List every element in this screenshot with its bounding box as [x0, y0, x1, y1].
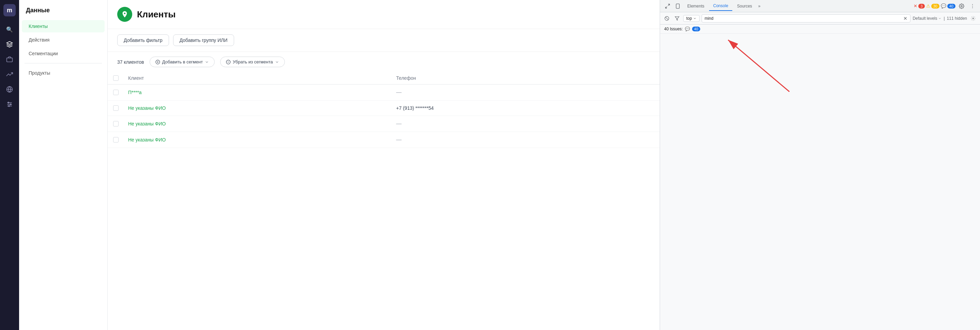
devtools-tab-bar: Elements Console Sources » ✕ 3 ⚠ 30 💬 40 — [660, 0, 980, 12]
issues-icon: 💬 — [685, 27, 690, 31]
warning-badge: ⚠ 30 — [926, 3, 939, 8]
tab-console[interactable]: Console — [709, 2, 732, 11]
svg-rect-1 — [7, 58, 13, 62]
nav-panel-title: Данные — [19, 0, 107, 19]
add-to-segment-button[interactable]: Добавить в сегмент — [150, 57, 215, 67]
error-badge: ✕ 3 — [913, 3, 924, 8]
row-checkbox-3[interactable] — [113, 121, 119, 126]
app-logo[interactable]: m — [3, 4, 16, 16]
annotation-arrow — [660, 34, 980, 102]
client-name-4[interactable]: Не указаны ФИО — [124, 132, 392, 148]
svg-point-24 — [972, 18, 974, 19]
svg-point-19 — [972, 6, 973, 6]
table-container: Клиент Телефон П****а — Не указаны ФИО +… — [108, 72, 660, 330]
devtools-issues-bar: 40 Issues: 💬 40 — [660, 24, 980, 34]
warning-count: 30 — [931, 4, 939, 8]
svg-marker-0 — [7, 41, 13, 44]
main-content: Клиенты Добавить фильтр Добавить группу … — [108, 0, 660, 330]
console-settings-icon[interactable] — [969, 14, 977, 22]
nav-item-actions[interactable]: Действия — [22, 34, 105, 46]
svg-point-17 — [961, 5, 962, 7]
row-checkbox-2[interactable] — [113, 105, 119, 111]
row-checkbox-1[interactable] — [113, 90, 119, 95]
inspect-element-icon[interactable] — [663, 2, 672, 11]
select-all-checkbox[interactable] — [113, 75, 119, 81]
tab-sources[interactable]: Sources — [733, 2, 756, 11]
clients-table: Клиент Телефон П****а — Не указаны ФИО +… — [108, 72, 660, 148]
more-tabs-button[interactable]: » — [757, 2, 762, 11]
tab-elements[interactable]: Elements — [683, 2, 708, 11]
console-search-input[interactable]: mind ✕ — [702, 14, 911, 22]
issues-label: 40 Issues: — [664, 27, 683, 31]
svg-point-8 — [10, 104, 11, 105]
table-row: Не указаны ФИО +7 (913) *******54 — [108, 100, 660, 116]
client-name-2[interactable]: Не указаны ФИО — [124, 100, 392, 116]
error-count: 3 — [918, 4, 924, 8]
client-phone-1: — — [392, 84, 660, 100]
context-selector[interactable]: top — [683, 15, 700, 22]
nav-item-products[interactable]: Продукты — [22, 67, 105, 79]
col-client: Клиент — [124, 72, 392, 84]
layers-nav-icon[interactable] — [3, 38, 16, 51]
icon-sidebar: m 🔍 — [0, 0, 19, 330]
chart-nav-icon[interactable] — [3, 68, 16, 80]
table-row: Не указаны ФИО — — [108, 132, 660, 148]
info-badge: 💬 40 — [941, 3, 956, 8]
info-count: 40 — [947, 4, 956, 8]
svg-point-7 — [8, 102, 9, 103]
svg-marker-23 — [675, 16, 679, 20]
client-phone-2: +7 (913) *******54 — [392, 100, 660, 116]
filter-bar: Добавить фильтр Добавить группу ИЛИ — [108, 29, 660, 52]
nav-panel: Данные Клиенты Действия Сегментации Прод… — [19, 0, 108, 330]
client-name-3[interactable]: Не указаны ФИО — [124, 116, 392, 132]
globe-nav-icon[interactable] — [3, 83, 16, 96]
svg-line-26 — [728, 40, 789, 92]
svg-line-22 — [665, 17, 668, 19]
table-count: 37 клиентов — [117, 59, 144, 65]
page-icon — [117, 7, 132, 22]
hidden-label: 111 hidden — [947, 16, 967, 21]
client-phone-3: — — [392, 116, 660, 132]
table-row: П****а — — [108, 84, 660, 100]
log-level-selector[interactable]: Default levels — [913, 16, 942, 21]
table-toolbar: 37 клиентов Добавить в сегмент Убрать из… — [108, 52, 660, 72]
filter-console-icon[interactable] — [673, 14, 681, 22]
device-toolbar-icon[interactable] — [673, 2, 682, 11]
add-group-button[interactable]: Добавить группу ИЛИ — [173, 34, 234, 46]
search-nav-icon[interactable]: 🔍 — [3, 23, 16, 35]
svg-point-18 — [972, 4, 973, 5]
search-clear-icon[interactable]: ✕ — [903, 16, 907, 21]
clear-console-icon[interactable] — [663, 14, 671, 22]
remove-from-segment-button[interactable]: Убрать из сегмента — [220, 57, 285, 67]
table-row: Не указаны ФИО — — [108, 116, 660, 132]
devtools-right-icons: ✕ 3 ⚠ 30 💬 40 — [913, 2, 977, 11]
add-filter-button[interactable]: Добавить фильтр — [117, 34, 169, 46]
page-title: Клиенты — [137, 9, 175, 20]
nav-item-clients[interactable]: Клиенты — [22, 20, 105, 32]
devtools-panel: Elements Console Sources » ✕ 3 ⚠ 30 💬 40 — [660, 0, 980, 330]
devtools-body-area — [660, 34, 980, 330]
devtools-toolbar: top mind ✕ Default levels | 111 hidden — [660, 12, 980, 24]
svg-point-20 — [972, 7, 973, 8]
client-phone-4: — — [392, 132, 660, 148]
page-header: Клиенты — [108, 0, 660, 29]
issues-count: 40 — [692, 27, 700, 31]
nav-item-segments[interactable]: Сегментации — [22, 47, 105, 60]
devtools-settings-icon[interactable] — [957, 2, 966, 11]
row-checkbox-4[interactable] — [113, 137, 119, 142]
col-phone: Телефон — [392, 72, 660, 84]
svg-point-9 — [8, 105, 10, 106]
devtools-more-icon[interactable] — [968, 2, 977, 11]
client-name-1[interactable]: П****а — [124, 84, 392, 100]
briefcase-nav-icon[interactable] — [3, 53, 16, 65]
sliders-nav-icon[interactable] — [3, 98, 16, 110]
hidden-count: | — [943, 16, 945, 21]
svg-rect-15 — [676, 4, 679, 8]
